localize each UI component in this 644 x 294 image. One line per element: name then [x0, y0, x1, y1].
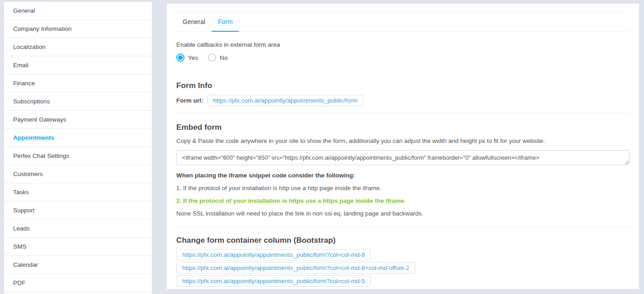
enable-callbacks-label: Enable callbacks in external form area: [176, 41, 629, 48]
sidebar-item-label: Localization: [13, 44, 45, 50]
appointments-settings-tabs: General Form: [176, 11, 629, 32]
embed-code-wrapper: <iframe width="600" height="850" src="ht…: [176, 150, 629, 165]
sidebar-item-label: Calendar: [13, 261, 38, 268]
embed-form-description: Copy & Paste the code anywhere in your s…: [176, 137, 629, 144]
settings-panel: General Form Enable callbacks in externa…: [167, 4, 639, 289]
embed-code-input[interactable]: <iframe width="600" height="850" src="ht…: [176, 150, 629, 165]
iframe-note-3: None SSL installation will need to place…: [176, 211, 629, 217]
bootstrap-link-col-md-5[interactable]: https://pfx.com.ai/appointly/appointment…: [176, 275, 371, 287]
tab-label: General: [183, 18, 205, 25]
sidebar-item-appointments[interactable]: Appointments: [4, 129, 152, 147]
iframe-note-1: 1. If the protocol of your installation …: [176, 185, 629, 191]
sidebar-item-label: Appointments: [13, 134, 54, 141]
sidebar-item-label: PDF: [13, 279, 25, 286]
sidebar-item-subscriptions[interactable]: Subscriptions: [4, 93, 152, 111]
sidebar-item-label: Subscriptions: [13, 98, 50, 105]
embed-form-title: Embed form: [176, 123, 629, 132]
sidebar-item-leads[interactable]: Leads: [4, 220, 152, 238]
iframe-notes: When placing the iframe snippet code con…: [176, 172, 629, 217]
form-url-label: Form url:: [176, 97, 203, 104]
iframe-note-heading: When placing the iframe snippet code con…: [176, 172, 629, 179]
sidebar-item-label: Company Information: [13, 25, 72, 32]
settings-sidebar: General Company Information Localization…: [4, 1, 152, 294]
sidebar-item-tasks[interactable]: Tasks: [4, 183, 152, 201]
bootstrap-column-title: Change form container column (Bootstrap): [176, 236, 629, 245]
radio-yes-label[interactable]: Yes: [188, 54, 198, 61]
divider: [176, 227, 629, 227]
sidebar-item-support[interactable]: Support: [4, 201, 152, 220]
sidebar-item-localization[interactable]: Localization: [4, 38, 152, 56]
bootstrap-link-col-md-8[interactable]: https://pfx.com.ai/appointly/appointment…: [176, 249, 371, 260]
radio-yes[interactable]: [176, 54, 184, 62]
enable-callbacks-radio-group: Yes No: [176, 54, 629, 62]
sidebar-item-customers[interactable]: Customers: [4, 165, 152, 183]
radio-no-label[interactable]: No: [220, 54, 228, 61]
sidebar-item-calendar[interactable]: Calendar: [4, 256, 152, 274]
form-url-link[interactable]: https://pfx.com.ai/appointly/appointment…: [207, 95, 363, 106]
sidebar-item-finance[interactable]: Finance: [4, 74, 152, 93]
tab-label: Form: [218, 18, 233, 25]
sidebar-item-label: Payment Gateways: [13, 116, 66, 123]
sidebar-item-email[interactable]: Email: [4, 56, 152, 74]
sidebar-item-company-information[interactable]: Company Information: [4, 20, 152, 38]
sidebar-item-label: Finance: [13, 80, 35, 87]
sidebar-item-label: Customers: [13, 171, 43, 177]
sidebar-item-payment-gateways[interactable]: Payment Gateways: [4, 111, 152, 129]
sidebar-item-pdf[interactable]: PDF: [4, 274, 152, 292]
sidebar-item-label: SMS: [13, 243, 26, 250]
tab-general[interactable]: General: [176, 12, 212, 31]
sidebar-item-label: Support: [13, 207, 34, 214]
sidebar-item-label: General: [13, 7, 35, 14]
sidebar-item-label: Email: [13, 62, 29, 69]
divider: [176, 113, 629, 113]
sidebar-item-perfex-chat-settings[interactable]: Perfex Chat Settings: [4, 147, 152, 165]
radio-no[interactable]: [208, 54, 216, 62]
sidebar-item-sms[interactable]: SMS: [4, 238, 152, 256]
sidebar-item-general[interactable]: General: [4, 2, 152, 20]
resize-handle-icon[interactable]: [625, 160, 629, 164]
bootstrap-links: https://pfx.com.ai/appointly/appointment…: [176, 249, 629, 287]
tab-form[interactable]: Form: [212, 12, 239, 31]
form-url-row: Form url: https://pfx.com.ai/appointly/a…: [176, 95, 629, 106]
sidebar-item-partial[interactable]: [4, 292, 152, 294]
sidebar-item-label: Leads: [13, 225, 30, 232]
sidebar-item-label: Perfex Chat Settings: [13, 152, 69, 159]
bootstrap-link-col-md-8-offset-2[interactable]: https://pfx.com.ai/appointly/appointment…: [176, 262, 415, 274]
form-info-title: Form Info: [176, 81, 629, 90]
iframe-note-2: 2. If the protocol of your installation …: [176, 198, 629, 204]
sidebar-item-label: Tasks: [13, 189, 29, 196]
